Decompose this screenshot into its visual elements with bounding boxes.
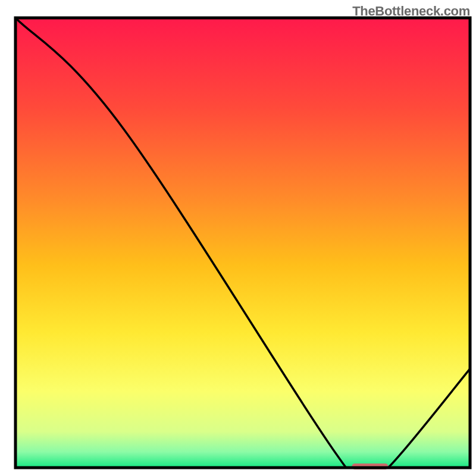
- chart-svg: [0, 0, 476, 476]
- watermark-text: TheBottleneck.com: [352, 4, 470, 19]
- bottleneck-chart: TheBottleneck.com: [0, 0, 476, 476]
- gradient-background: [15, 18, 470, 468]
